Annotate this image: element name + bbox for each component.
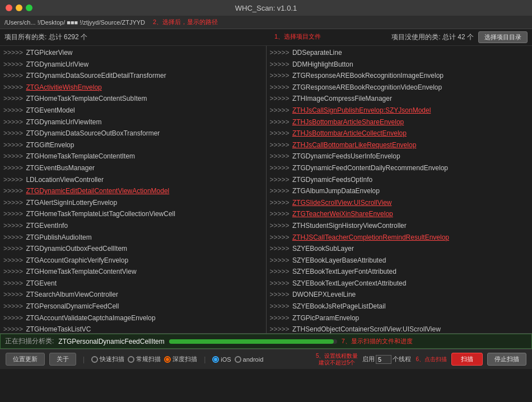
list-item: >>>>> ZTGEvent <box>2 278 264 289</box>
list-item: >>>>> DDSeparateLine <box>269 47 530 59</box>
list-item: >>>>> DWONEPXLevelLine <box>269 289 530 301</box>
right-panel: >>>>> DDSeparateLine>>>>> DDMHighlightBu… <box>267 46 533 333</box>
list-item: >>>>> ZTHStudentSignHistoryViewControlle… <box>269 220 530 232</box>
list-item: >>>>> ZTGResponseAREBookRecognitionVideo… <box>269 82 530 94</box>
list-item[interactable]: >>>>> ZTHJsBottombarArticleCollectEnvelo… <box>269 128 530 139</box>
list-item: >>>>> ZTGHomeTaskListVC <box>2 324 264 333</box>
radio-dot <box>164 356 171 363</box>
window-title: WHC_Scan: v1.0.1 <box>235 4 297 12</box>
left-panel: >>>>> ZTGPickerView>>>>> ZTGDynamicUrlVi… <box>0 46 267 333</box>
scan-mode-group: 快速扫描常规扫描深度扫描 <box>91 355 197 363</box>
list-item: >>>>> ZTGGiftEnvelop <box>2 139 264 151</box>
list-item: >>>>> ZTGAlertSignInLotteryEnvelop <box>2 197 264 209</box>
scan-mode-radio-0[interactable]: 快速扫描 <box>91 355 124 363</box>
list-item: >>>>> ZTGHomeTaskTemplateListTagCollecti… <box>2 208 264 220</box>
list-item: >>>>> ZTGEventInfo <box>2 220 264 232</box>
scan-mode-radio-2[interactable]: 深度扫描 <box>164 355 197 363</box>
list-item: >>>>> ZTSearchAlbumViewController <box>2 289 264 301</box>
list-item[interactable]: >>>>> ZTHJSCallTeacherCompletionRemindRe… <box>269 232 530 244</box>
radio-label-text: 快速扫描 <box>100 355 124 363</box>
list-item: >>>>> ZTGAccountValidateCaptchaImageEnve… <box>2 312 264 324</box>
annotation-step6: 6、点击扫描 <box>416 356 447 363</box>
platform-group: iOSandroid <box>212 356 263 363</box>
platform-radio-0[interactable]: iOS <box>212 356 231 363</box>
bottom-controls: 位置更新 关于 | 快速扫描常规扫描深度扫描 | iOSandroid 5、设置… <box>0 349 532 369</box>
annotation-step7: 7、显示扫描的文件和进度 <box>342 337 413 345</box>
list-item: >>>>> ZTGHomeTaskTemplateContentView <box>2 266 264 278</box>
close-button[interactable] <box>6 4 12 11</box>
list-item: >>>>> ZTHImageCompressFileManager <box>269 93 530 105</box>
list-item: >>>>> ZTHSendObjectContainerScrollView:U… <box>269 324 530 333</box>
list-item: >>>>> ZTGHomeTaskTemplateContentItem <box>2 151 264 162</box>
scan-status-bar: 正在扫描分析类: ZTGPersonalDynamicFeedCellItem … <box>0 334 532 349</box>
thread-unit: 个线程 <box>393 355 411 363</box>
annotation-step1: 1、选择项目文件 <box>274 32 321 41</box>
list-item: >>>>> ZTGDynamicUrlViewItem <box>2 116 264 128</box>
list-item: >>>>> ZTGPickerView <box>2 47 264 59</box>
refresh-button[interactable]: 位置更新 <box>6 353 45 366</box>
list-item: >>>>> ZTGResponseAREBookRecognitionImage… <box>269 70 530 82</box>
platform-radio-1[interactable]: android <box>235 356 264 363</box>
titlebar: WHC_Scan: v1.0.1 <box>0 0 532 16</box>
list-item: >>>>> SZYEBookSubLayer <box>269 243 530 255</box>
list-item: >>>>> ZTGDynamicDataSourceOutBoxTransfor… <box>2 128 264 139</box>
scan-status-label: 正在扫描分析类: <box>5 336 54 346</box>
radio-label-text: 常规扫描 <box>136 355 161 363</box>
radio-dot <box>212 356 219 363</box>
list-item: >>>>> LDLocationViewController <box>2 174 264 186</box>
list-item: >>>>> ZTGAlbumJumpDataEnvelop <box>269 185 530 197</box>
list-item: >>>>> ZTGDynamicDataSourceEditDetailTran… <box>2 70 264 82</box>
progress-bar-fill <box>169 339 334 344</box>
list-item: >>>>> ZTGDynamicFeedsUserInfoEnvelop <box>269 151 530 162</box>
list-item: >>>>> ZTGPersonalDynamicFeedCell <box>2 301 264 312</box>
list-item: >>>>> SZYEBookTextLayerContextAttributed <box>269 278 530 289</box>
all-classes-count: 项目所有的类: 总计 6292 个 <box>4 32 87 42</box>
pathbar: /Users/ch... !/Desktop/ ■■■ !/ztjyyd/Sou… <box>0 16 532 29</box>
radio-dot <box>128 356 134 363</box>
minimize-button[interactable] <box>16 4 22 11</box>
thread-spinbox: 启用 个线程 <box>362 355 411 364</box>
unused-classes-count: 项目没使用的类: 总计 42 个 <box>391 32 474 42</box>
list-item[interactable]: >>>>> ZTHJsCallBottombarLikeRequestEnvel… <box>269 139 530 151</box>
radio-label-text: 深度扫描 <box>172 355 197 363</box>
list-item: >>>>> SZYEBookLayerBaseAttributed <box>269 255 530 267</box>
list-item: >>>>> ZTGDynamicOutboxFeedCellItem <box>2 243 264 255</box>
scan-mode-radio-1[interactable]: 常规扫描 <box>128 355 161 363</box>
select-dir-button[interactable]: 选择项目目录 <box>478 31 528 43</box>
window-controls <box>6 4 32 11</box>
progress-bar-container <box>169 339 337 344</box>
radio-dot <box>235 356 241 363</box>
list-item: >>>>> ZTGPicParamEnvelop <box>269 312 530 324</box>
list-item: >>>>> ZTGDynamicUrlView <box>2 59 264 71</box>
platform-label-text: android <box>243 356 264 363</box>
list-item: >>>>> ZTGHomeTaskTemplateContentSubItem <box>2 93 264 105</box>
platform-label-text: iOS <box>221 356 231 363</box>
list-item: >>>>> SZYEBookJsRetPageListDetail <box>269 301 530 312</box>
thread-count-input[interactable] <box>376 355 391 364</box>
list-item[interactable]: >>>>> ZTGSlideScrollView:UIScrollView <box>269 197 530 209</box>
scan-status-class: ZTGPersonalDynamicFeedCellItem <box>58 338 164 345</box>
main-content: >>>>> ZTGPickerView>>>>> ZTGDynamicUrlVi… <box>0 46 532 334</box>
list-item: >>>>> ZTGEventBusManager <box>2 162 264 174</box>
list-item: >>>>> ZTGPublishAudioItem <box>2 232 264 244</box>
scan-button[interactable]: 扫描 <box>451 353 483 366</box>
stop-scan-button[interactable]: 停止扫描 <box>487 353 526 366</box>
path-text: /Users/ch... !/Desktop/ ■■■ !/ztjyyd/Sou… <box>4 19 145 26</box>
list-item[interactable]: >>>>> ZTGActivitieWishEnvelop <box>2 82 264 94</box>
enable-label: 启用 <box>362 355 375 363</box>
list-item[interactable]: >>>>> ZTHJsCallSignPublishEnvelop:SZYJso… <box>269 105 530 116</box>
list-item[interactable]: >>>>> ZTHJsBottombarArticleShareEnvelop <box>269 116 530 128</box>
list-item: >>>>> ZTGAccountGraphicVerifyEnvelop <box>2 255 264 267</box>
stats-row: 项目所有的类: 总计 6292 个 1、选择项目文件 项目没使用的类: 总计 4… <box>0 29 532 46</box>
about-button[interactable]: 关于 <box>49 353 76 366</box>
list-item[interactable]: >>>>> ZTGTeacherWeiXinShareEnvelop <box>269 208 530 220</box>
stats-right: 项目没使用的类: 总计 42 个 选择项目目录 <box>391 31 528 43</box>
list-item: >>>>> SZYEBookTextLayerFontAttributed <box>269 266 530 278</box>
list-item: >>>>> ZTGDynamicFeedsOptInfo <box>269 174 530 186</box>
annotation-step2: 2、选择后，显示的路径 <box>153 18 218 26</box>
list-item: >>>>> DDMHighlightButton <box>269 59 530 71</box>
maximize-button[interactable] <box>26 4 32 11</box>
list-item: >>>>> ZTGEventModel <box>2 105 264 116</box>
list-item[interactable]: >>>>> ZTGDynamicEditDetailContentViewAct… <box>2 185 264 197</box>
annotation-step5: 5、设置线程数量建议不超过5个 <box>316 353 358 366</box>
